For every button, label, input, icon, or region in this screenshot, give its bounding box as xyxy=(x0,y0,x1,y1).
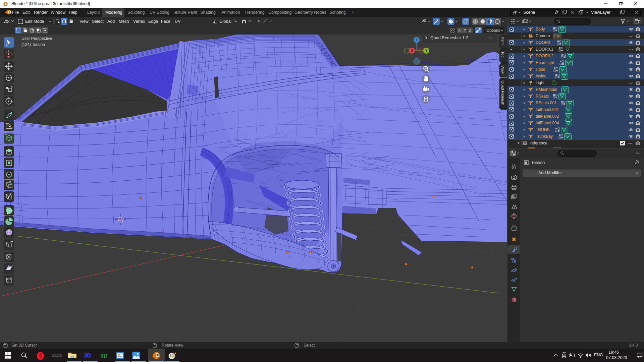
svg-text:Y: Y xyxy=(425,49,428,53)
svg-text:X: X xyxy=(411,49,413,53)
svg-text:3D: 3D xyxy=(100,353,108,359)
svg-text:3D: 3D xyxy=(84,353,91,358)
svg-text:Z: Z xyxy=(416,38,418,42)
